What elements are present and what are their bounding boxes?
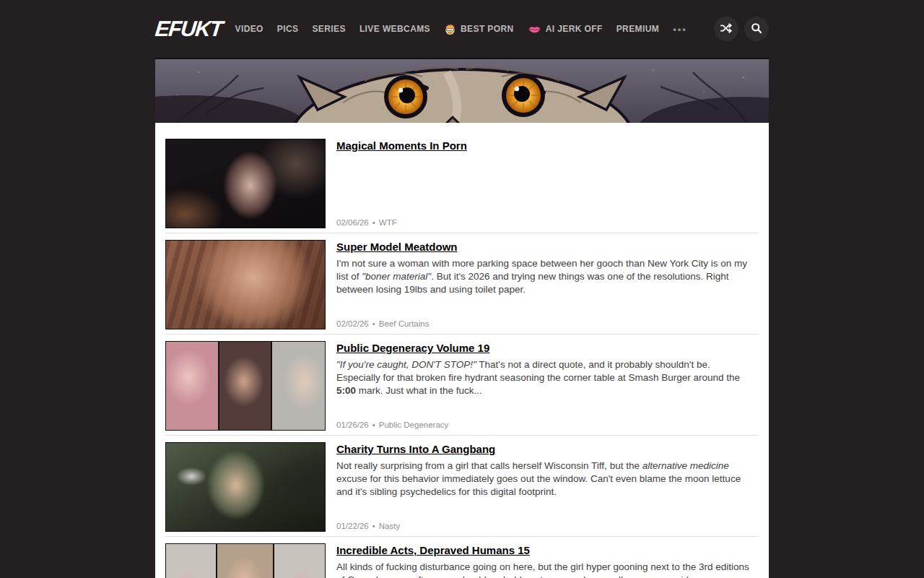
post-list: Magical Moments In Porn 02/06/26•WTF Sup… [155,123,769,578]
meta-separator: • [372,420,375,429]
post-row: Charity Turns Into A Gangbang Not really… [165,436,759,537]
post-category[interactable]: Public Degeneracy [379,420,449,429]
post-row: Super Model Meatdown I'm not sure a woma… [165,233,759,335]
post-category[interactable]: WTF [379,218,397,227]
main-nav: VIDEO PICS SERIES LIVE WEBCAMS BEST PORN [235,23,715,35]
video-thumbnail[interactable] [165,240,326,329]
search-icon [750,22,763,37]
post-title-link[interactable]: Incredible Acts, Depraved Humans 15 [336,544,530,556]
post-date: 01/22/26 [336,522,369,530]
post-title-link[interactable]: Public Degeneracy Volume 19 [336,342,489,354]
post-row: Public Degeneracy Volume 19 "If you're c… [165,335,759,436]
post-body: Charity Turns Into A Gangbang Not really… [336,442,751,532]
shuffle-icon [720,22,733,37]
meta-separator: • [372,319,375,328]
nav-item-premium[interactable]: PREMIUM [616,24,659,34]
nav-item-live-webcams[interactable]: LIVE WEBCAMS [359,24,430,34]
video-thumbnail[interactable] [165,543,326,578]
post-body: Magical Moments In Porn 02/06/26•WTF [336,139,751,228]
post-description: Not really surprising from a girl that c… [336,460,751,499]
more-dots-icon: ••• [673,24,687,35]
post-title-link[interactable]: Magical Moments In Porn [336,139,467,152]
post-meta: 02/02/26•Beef Curtains [336,319,751,329]
post-category[interactable]: Beef Curtains [379,319,430,328]
post-body: Public Degeneracy Volume 19 "If you're c… [336,341,751,431]
meta-separator: • [372,218,375,227]
post-meta: 01/22/26•Nasty [336,522,751,532]
nav-item-label: SERIES [312,24,345,34]
site-logo[interactable]: EFUKT [154,17,223,41]
header-buttons [714,17,769,41]
meta-separator: • [372,522,375,530]
post-description: All kinds of fucking disturbance going o… [336,561,751,578]
nav-item-video[interactable]: VIDEO [235,24,263,34]
nav-item-label: PICS [277,24,299,34]
video-thumbnail[interactable] [165,442,326,532]
post-row: Magical Moments In Porn 02/06/26•WTF [165,132,759,233]
nav-item-label: LIVE WEBCAMS [359,24,430,34]
shuffle-button[interactable] [714,17,738,41]
lips-icon [528,25,541,34]
post-title-link[interactable]: Super Model Meatdown [336,241,458,253]
nav-item-more[interactable]: ••• [673,24,687,35]
post-meta: 02/06/26•WTF [336,218,751,228]
page: EFUKT VIDEO PICS SERIES LIVE WEBCAMS [0,0,924,578]
cool-face-icon [444,23,456,35]
search-button[interactable] [744,17,769,41]
header: EFUKT VIDEO PICS SERIES LIVE WEBCAMS [155,0,769,58]
post-body: Incredible Acts, Depraved Humans 15 All … [336,543,751,578]
nav-item-label: AI JERK OFF [546,24,603,34]
nav-item-pics[interactable]: PICS [277,24,299,34]
post-category[interactable]: Nasty [379,522,400,530]
nav-item-label: PREMIUM [616,24,659,34]
nav-item-label: VIDEO [235,24,263,34]
nav-item-ai-jerk-off[interactable]: AI JERK OFF [528,24,603,34]
post-date: 02/02/26 [336,319,369,328]
nav-item-series[interactable]: SERIES [312,24,345,34]
video-thumbnail[interactable] [165,341,326,431]
post-description: "If you're caught, DON'T STOP!" That's n… [336,358,751,397]
video-thumbnail[interactable] [165,139,326,228]
post-date: 01/26/26 [336,420,369,429]
banner-illustration [155,58,769,123]
post-date: 02/06/26 [336,218,369,227]
post-row: Incredible Acts, Depraved Humans 15 All … [165,537,759,578]
nav-item-label: BEST PORN [461,24,514,34]
nav-item-best-porn[interactable]: BEST PORN [444,23,514,35]
post-description: I'm not sure a woman with more parking s… [336,257,751,296]
post-title-link[interactable]: Charity Turns Into A Gangbang [336,443,495,455]
post-meta: 01/26/26•Public Degeneracy [336,420,751,431]
post-body: Super Model Meatdown I'm not sure a woma… [336,240,751,329]
